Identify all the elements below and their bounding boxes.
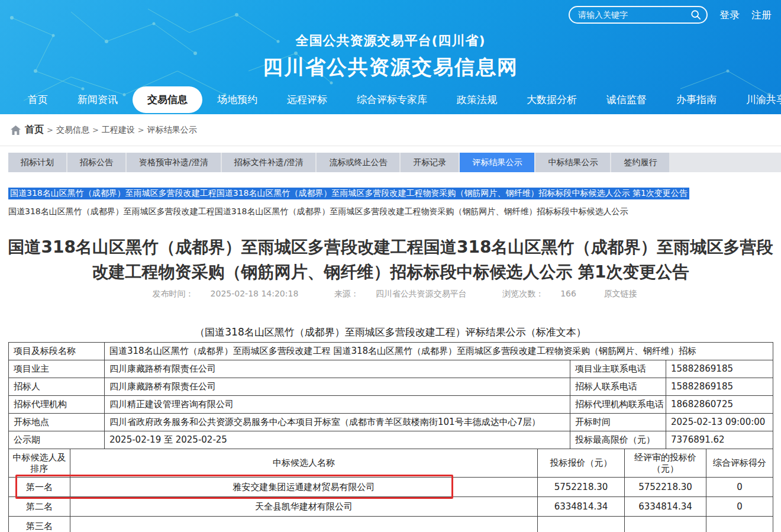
nav-item-big-data[interactable]: 大数据分析	[512, 86, 592, 113]
table-row: 招标人 四川康藏路桥有限责任公司 招标人联系电话 15882869185	[9, 378, 773, 396]
info-label: 项目业主	[9, 360, 105, 378]
info-label: 投标最高限价（元）	[570, 431, 666, 449]
nav-item-remote-evaluation[interactable]: 远程评标	[272, 86, 342, 113]
table-row: 项目业主 四川康藏路桥有限责任公司 项目业主联系电话 15882869185	[9, 360, 773, 378]
info-label: 项目业主联系电话	[570, 360, 666, 378]
nav-item-news[interactable]: 新闻资讯	[63, 86, 133, 113]
candidates-section: 中标候选人及排序 中标候选人名称 投标报价（元） 经评审的投标价（元） 综合评标…	[0, 449, 781, 532]
table-row-second-place: 第二名 天全县凯华建材有限公司 6334814.34 6334814.34 0	[9, 497, 773, 517]
breadcrumb-separator: >	[92, 125, 99, 134]
col-header-bid-price: 投标报价（元）	[538, 449, 625, 478]
table-row-third-place: 第三名	[9, 517, 773, 532]
tab-bid-document-supplement[interactable]: 招标文件补遗/澄清	[222, 153, 316, 172]
info-label: 招标人联系电话	[570, 378, 666, 396]
info-value: 15882869185	[666, 360, 773, 378]
info-label: 开标时间	[570, 414, 666, 431]
bid-price-cell: 5752218.30	[538, 478, 625, 497]
tab-bid-plan[interactable]: 招标计划	[8, 153, 66, 172]
score-cell: 0	[706, 497, 773, 517]
info-value: 2025-02-13 09:00:00	[666, 414, 773, 431]
nav-item-integrity[interactable]: 诚信监督	[592, 86, 661, 113]
info-value: 四川康藏路桥有限责任公司	[105, 360, 570, 378]
table-row: 招标代理机构 四川精正建设管理咨询有限公司 招标代理机构联系电话 1868286…	[9, 396, 773, 414]
publish-time: 发布时间：2025-02-18 14:20:18	[144, 289, 307, 298]
tab-prequalification-supplement[interactable]: 资格预审补遗/澄清	[127, 153, 221, 172]
search-box[interactable]	[569, 6, 708, 24]
table-row: 开标地点 四川省政府政务服务和公共资源交易服务中心本项目开标室（成都市青羊区鼓楼…	[9, 414, 773, 431]
col-header-reviewed-price: 经评审的投标价（元）	[625, 449, 706, 478]
breadcrumb-home[interactable]: 首页	[25, 124, 44, 136]
rank-cell: 第二名	[9, 497, 70, 517]
info-value: 四川省政府政务服务和公共资源交易服务中心本项目开标室（成都市青羊区鼓楼南街101…	[105, 414, 570, 431]
main-nav: 首页 新闻资讯 交易信息 场地预约 远程评标 综合评标专家库 政策法规 大数据分…	[0, 85, 781, 114]
table-row-first-place: 第一名 雅安交建集团运通建材贸易有限公司 5752218.30 5752218.…	[9, 478, 773, 497]
original-text-link[interactable]: 原文链接	[604, 289, 637, 298]
table-row: 项目及标段名称 国道318名山区黑竹（成都界）至雨城区多营段改建工程 国道318…	[9, 343, 773, 360]
candidate-name-cell: 雅安交建集团运通建材贸易有限公司	[70, 478, 538, 497]
rank-cell: 第三名	[9, 517, 70, 532]
info-value: 7376891.62	[666, 431, 773, 449]
table-caption: （国道318名山区黑竹（成都界）至雨城区多营段改建工程）评标结果公示（标准文本）	[0, 325, 781, 339]
info-value: 18682860725	[666, 396, 773, 414]
nav-item-trade-info[interactable]: 交易信息	[133, 86, 202, 113]
breadcrumb-construction[interactable]: 工程建设	[102, 125, 135, 136]
table-row: 公示期 2025-02-19 至 2025-02-25 投标最高限价（元） 73…	[9, 431, 773, 449]
info-label: 招标代理机构	[9, 396, 105, 414]
info-label: 开标地点	[9, 414, 105, 431]
tab-bid-announcement[interactable]: 招标公告	[67, 153, 125, 172]
info-value: 2025-02-19 至 2025-02-25	[105, 431, 570, 449]
breadcrumb-separator: >	[138, 125, 144, 134]
home-icon[interactable]	[11, 125, 21, 135]
breadcrumb-eval-result[interactable]: 评标结果公示	[147, 125, 197, 136]
announcement-link[interactable]: 国道318名山区黑竹（成都界）至雨城区多营段改建工程国道318名山区黑竹（成都界…	[8, 207, 781, 217]
info-label: 项目及标段名称	[9, 343, 105, 360]
login-link[interactable]: 登录	[719, 8, 740, 22]
tab-contract-performance[interactable]: 签约履行	[611, 153, 669, 172]
page-title: 国道318名山区黑竹（成都界）至雨城区多营段改建工程国道318名山区黑竹（成都界…	[7, 235, 774, 285]
info-value: 四川康藏路桥有限责任公司	[105, 378, 570, 396]
tab-failed-or-terminated[interactable]: 流标或终止公告	[317, 153, 399, 172]
nav-item-policies[interactable]: 政策法规	[442, 86, 512, 113]
nav-item-chuanyu-zone[interactable]: 川渝共享专区	[731, 86, 781, 113]
nav-item-home[interactable]: 首页	[13, 86, 63, 113]
tab-award-result[interactable]: 中标结果公示	[535, 153, 610, 172]
info-label: 招标代理机构联系电话	[570, 396, 666, 414]
tab-evaluation-result[interactable]: 评标结果公示	[460, 153, 534, 172]
site-header: 登录 注册 全国公共资源交易平台(四川省) 四川省公共资源交易信息网 首页 新闻…	[0, 0, 781, 114]
tab-bid-opening-record[interactable]: 开标记录	[401, 153, 459, 172]
bid-price-cell	[538, 517, 625, 532]
breadcrumb-separator: >	[47, 125, 53, 134]
breadcrumb-trade-info[interactable]: 交易信息	[56, 125, 89, 136]
reviewed-price-cell: 6334814.34	[625, 497, 706, 517]
col-header-name: 中标候选人名称	[70, 449, 538, 478]
col-header-rank: 中标候选人及排序	[9, 449, 70, 478]
col-header-score: 综合评标得分	[706, 449, 773, 478]
header-topbar: 登录 注册	[569, 6, 772, 24]
candidate-name-cell	[70, 517, 538, 532]
source: 来源：四川省公共资源交易平台	[326, 289, 475, 298]
site-title: 四川省公共资源交易信息网	[0, 54, 781, 81]
article-meta: 发布时间：2025-02-18 14:20:18 来源：四川省公共资源交易平台 …	[0, 289, 781, 299]
bid-price-cell: 6334814.34	[538, 497, 625, 517]
nav-item-guide[interactable]: 办事指南	[661, 86, 731, 113]
breadcrumb: 首页 > 交易信息 > 工程建设 > 评标结果公示	[0, 114, 781, 146]
score-cell	[706, 517, 773, 532]
score-cell: 0	[706, 478, 773, 497]
view-count: 浏览次数：166	[494, 289, 585, 298]
rank-cell: 第一名	[9, 478, 70, 497]
register-link[interactable]: 注册	[751, 8, 772, 22]
search-icon[interactable]	[690, 9, 701, 20]
info-value: 四川精正建设管理咨询有限公司	[105, 396, 570, 414]
search-input[interactable]	[570, 7, 706, 22]
reviewed-price-cell: 5752218.30	[625, 478, 706, 497]
platform-title: 全国公共资源交易平台(四川省)	[0, 32, 781, 50]
category-tabs: 招标计划 招标公告 资格预审补遗/澄清 招标文件补遗/澄清 流标或终止公告 开标…	[8, 153, 781, 172]
info-label: 招标人	[9, 378, 105, 396]
nav-item-venue-booking[interactable]: 场地预约	[202, 86, 272, 113]
reviewed-price-cell	[625, 517, 706, 532]
info-value: 国道318名山区黑竹（成都界）至雨城区多营段改建工程 国道318名山区黑竹（成都…	[105, 343, 773, 360]
candidates-table: 中标候选人及排序 中标候选人名称 投标报价（元） 经评审的投标价（元） 综合评标…	[8, 449, 773, 532]
candidate-name-cell: 天全县凯华建材有限公司	[70, 497, 538, 517]
nav-item-expert-pool[interactable]: 综合评标专家库	[342, 86, 442, 113]
announcement-link-highlighted[interactable]: 国道318名山区黑竹（成都界）至雨城区多营段改建工程国道318名山区黑竹（成都界…	[8, 188, 689, 199]
